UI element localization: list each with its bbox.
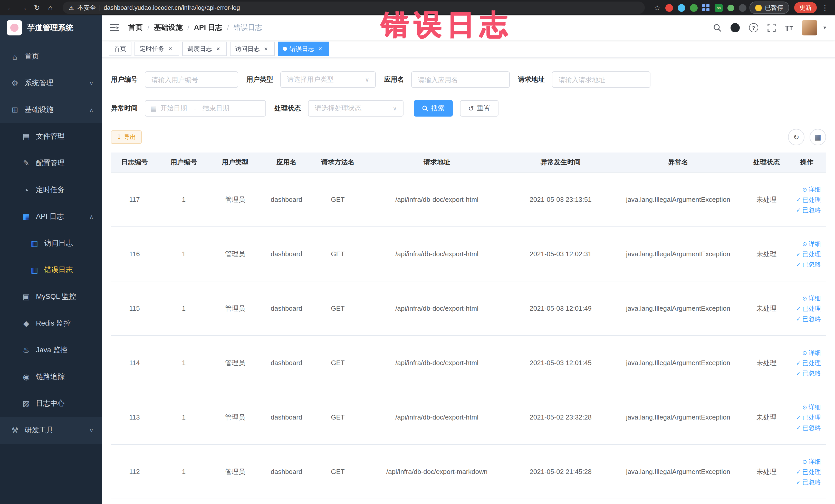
sidebar-item-redis-monitor[interactable]: ◆ Redis 监控 bbox=[0, 310, 102, 337]
sidebar-item-java-monitor[interactable]: ♨ Java 监控 bbox=[0, 337, 102, 364]
help-icon[interactable]: ? bbox=[749, 23, 758, 32]
sidebar-item-api-log[interactable]: ▦ API 日志 ∧ bbox=[0, 203, 102, 230]
search-button[interactable]: 搜索 bbox=[414, 100, 453, 117]
tab-access-log[interactable]: 访问日志 × bbox=[230, 42, 274, 56]
ignored-link[interactable]: ✓已忽略 bbox=[791, 259, 821, 269]
detail-link[interactable]: ⊙详细 bbox=[791, 456, 821, 466]
bookmark-star-icon[interactable]: ☆ bbox=[652, 3, 662, 13]
breadcrumb: 首页 / 基础设施 / API 日志 / 错误日志 bbox=[128, 23, 262, 32]
sidebar-item-access-log[interactable]: ▥ 访问日志 bbox=[0, 230, 102, 257]
table-row: 112 1 管理员 dashboard GET /api/infra/db-do… bbox=[111, 444, 826, 499]
extension-red-icon[interactable] bbox=[665, 4, 673, 12]
app-name-input[interactable] bbox=[411, 72, 510, 88]
extension-grid-icon[interactable] bbox=[702, 4, 710, 12]
extension-green-icon[interactable] bbox=[690, 4, 698, 12]
sidebar-menu: ⌂ 首页 ⚙ 系统管理 ∨ ⊞ 基础设施 ∧ ▤ 文件管理 bbox=[0, 40, 102, 444]
tab-job[interactable]: 定时任务 × bbox=[135, 42, 179, 56]
processed-link[interactable]: ✓已处理 bbox=[791, 358, 821, 368]
detail-link[interactable]: ⊙详细 bbox=[791, 347, 821, 358]
extension-blue-icon[interactable] bbox=[678, 4, 685, 12]
back-icon[interactable]: ← bbox=[5, 3, 15, 13]
sidebar-item-system[interactable]: ⚙ 系统管理 ∨ bbox=[0, 70, 102, 97]
extension-paw-icon[interactable] bbox=[739, 4, 747, 12]
ignored-link[interactable]: ✓已忽略 bbox=[791, 368, 821, 378]
date-range-picker[interactable]: ▦ 开始日期 - 结束日期 bbox=[145, 100, 266, 117]
search-icon[interactable] bbox=[713, 24, 721, 32]
processed-link[interactable]: ✓已处理 bbox=[791, 466, 821, 477]
ignored-link[interactable]: ✓已忽略 bbox=[791, 314, 821, 324]
column-settings-button[interactable]: ▦ bbox=[810, 129, 826, 145]
hamburger-icon[interactable] bbox=[110, 24, 119, 31]
tab-error-log[interactable]: 错误日志 × bbox=[278, 42, 329, 56]
detail-link[interactable]: ⊙详细 bbox=[791, 239, 821, 249]
paused-badge[interactable]: 已暂停 bbox=[750, 2, 789, 14]
processed-link[interactable]: ✓已处理 bbox=[791, 249, 821, 259]
breadcrumb-infra[interactable]: 基础设施 bbox=[154, 23, 183, 32]
tab-home[interactable]: 首页 bbox=[109, 42, 131, 56]
sidebar-item-devtools[interactable]: ⚒ 研发工具 ∨ bbox=[0, 417, 102, 444]
reset-button[interactable]: ↺ 重置 bbox=[460, 100, 498, 117]
chevron-up-icon: ∧ bbox=[89, 213, 94, 220]
chevron-down-icon: ∨ bbox=[393, 105, 397, 112]
home-browser-icon[interactable]: ⌂ bbox=[45, 3, 56, 13]
breadcrumb-api-log[interactable]: API 日志 bbox=[194, 23, 222, 32]
breadcrumb-home[interactable]: 首页 bbox=[128, 23, 143, 32]
processed-link[interactable]: ✓已处理 bbox=[791, 303, 821, 314]
reload-icon[interactable]: ↻ bbox=[32, 3, 42, 13]
sidebar: 芋道管理系统 ⌂ 首页 ⚙ 系统管理 ∨ ⊞ 基础设施 ∧ ▤ bbox=[0, 15, 102, 504]
sidebar-item-log-center[interactable]: ▨ 日志中心 bbox=[0, 390, 102, 417]
user-id-input[interactable] bbox=[145, 72, 238, 88]
close-icon[interactable]: × bbox=[215, 45, 222, 53]
detail-link[interactable]: ⊙详细 bbox=[791, 184, 821, 194]
close-icon[interactable]: × bbox=[317, 45, 324, 53]
status-text: 未处理 bbox=[746, 336, 788, 390]
ignored-link[interactable]: ✓已忽略 bbox=[791, 477, 821, 487]
sidebar-item-infra[interactable]: ⊞ 基础设施 ∧ bbox=[0, 97, 102, 123]
extension-on-badge[interactable]: on bbox=[715, 4, 723, 12]
detail-link[interactable]: ⊙详细 bbox=[791, 402, 821, 412]
home-icon: ⌂ bbox=[10, 52, 20, 61]
update-button[interactable]: 更新 bbox=[794, 2, 817, 13]
active-dot bbox=[283, 47, 287, 51]
github-icon[interactable] bbox=[731, 23, 740, 32]
close-icon[interactable]: × bbox=[262, 45, 269, 53]
request-url-input[interactable] bbox=[552, 72, 650, 88]
process-status-select[interactable]: 请选择处理状态 ∨ bbox=[308, 100, 404, 117]
processed-link[interactable]: ✓已处理 bbox=[791, 412, 821, 422]
sidebar-item-home[interactable]: ⌂ 首页 bbox=[0, 43, 102, 70]
sidebar-item-job[interactable]: ◔ 定时任务 bbox=[0, 177, 102, 203]
reset-icon: ↺ bbox=[468, 104, 474, 112]
request-url-label: 请求地址 bbox=[518, 75, 545, 84]
fullscreen-icon[interactable] bbox=[768, 24, 776, 32]
sidebar-item-error-log[interactable]: ▥ 错误日志 bbox=[0, 257, 102, 283]
infra-grid-icon: ⊞ bbox=[10, 105, 20, 115]
log-center-icon: ▨ bbox=[22, 399, 31, 408]
file-icon: ▤ bbox=[22, 132, 31, 141]
trace-icon: ◉ bbox=[22, 372, 31, 382]
processed-link[interactable]: ✓已处理 bbox=[791, 194, 821, 205]
forward-icon[interactable]: → bbox=[19, 3, 29, 13]
close-icon[interactable]: × bbox=[167, 45, 174, 53]
java-icon: ♨ bbox=[22, 346, 31, 355]
sidebar-item-config-manage[interactable]: ✎ 配置管理 bbox=[0, 150, 102, 177]
avatar[interactable] bbox=[802, 20, 817, 36]
avatar-caret-icon[interactable]: ▼ bbox=[822, 25, 827, 30]
sidebar-item-trace[interactable]: ◉ 链路追踪 bbox=[0, 364, 102, 390]
detail-link[interactable]: ⊙详细 bbox=[791, 293, 821, 303]
export-button[interactable]: ↧ 导出 bbox=[111, 130, 142, 144]
sidebar-item-mysql-monitor[interactable]: ▣ MySQL 监控 bbox=[0, 283, 102, 310]
font-size-icon[interactable]: TT bbox=[785, 23, 793, 32]
refresh-button[interactable]: ↻ bbox=[788, 129, 805, 145]
screen: ← → ↻ ⌂ ⚠ 不安全 dashboard.yudao.iocoder.cn… bbox=[0, 0, 835, 504]
sidebar-item-file-manage[interactable]: ▤ 文件管理 bbox=[0, 123, 102, 150]
browser-menu-icon[interactable]: ⋮ bbox=[820, 3, 830, 13]
tab-job-log[interactable]: 调度日志 × bbox=[182, 42, 227, 56]
extension-leaf-icon[interactable] bbox=[728, 4, 734, 11]
address-bar[interactable]: ⚠ 不安全 dashboard.yudao.iocoder.cn/infra/l… bbox=[63, 2, 645, 14]
download-icon: ↧ bbox=[117, 134, 122, 141]
ignored-link[interactable]: ✓已忽略 bbox=[791, 422, 821, 432]
app-logo[interactable]: 芋道管理系统 bbox=[0, 15, 102, 40]
table-row: 115 1 管理员 dashboard GET /api/infra/db-do… bbox=[111, 281, 826, 336]
ignored-link[interactable]: ✓已忽略 bbox=[791, 205, 821, 215]
user-type-select[interactable]: 请选择用户类型 ∨ bbox=[280, 72, 376, 88]
